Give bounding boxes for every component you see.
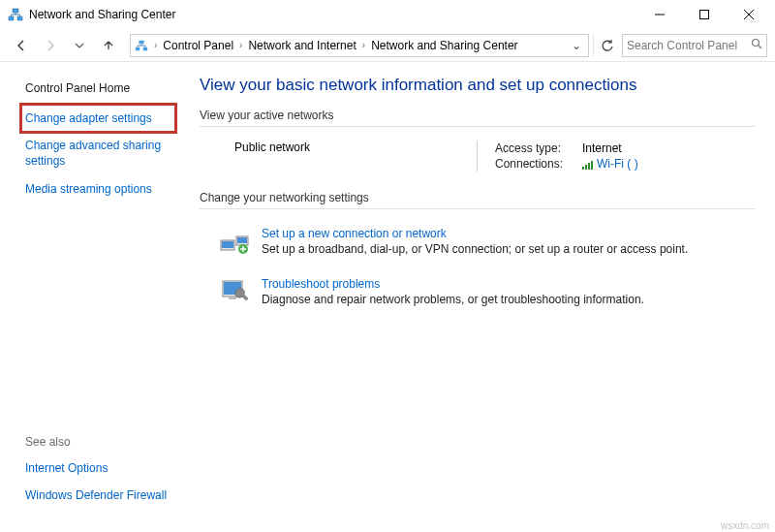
troubleshoot-icon — [219, 277, 250, 308]
svg-rect-6 — [139, 40, 143, 44]
sidebar-item-firewall[interactable]: Windows Defender Firewall — [25, 482, 175, 509]
chevron-right-icon[interactable]: › — [152, 40, 159, 50]
search-placeholder: Search Control Panel — [627, 39, 751, 52]
see-also-label: See also — [25, 429, 175, 454]
search-input[interactable]: Search Control Panel — [622, 34, 767, 57]
close-button[interactable] — [727, 0, 771, 29]
watermark: wsxdn.com — [721, 520, 769, 531]
svg-rect-2 — [13, 9, 18, 13]
svg-rect-0 — [9, 16, 14, 20]
troubleshoot-link[interactable]: Troubleshoot problems — [262, 277, 644, 291]
breadcrumb-item[interactable]: Network and Sharing Center — [367, 35, 521, 56]
forward-button[interactable] — [37, 32, 64, 59]
sidebar-item-advanced-sharing[interactable]: Change advanced sharing settings — [25, 132, 175, 174]
troubleshoot-item: Troubleshoot problems Diagnose and repai… — [200, 269, 756, 320]
minimize-button[interactable] — [637, 0, 682, 29]
svg-point-7 — [753, 40, 760, 47]
window-title: Network and Sharing Center — [29, 8, 175, 21]
breadcrumb-item[interactable]: Network and Internet — [244, 35, 359, 56]
network-sharing-icon — [8, 7, 23, 22]
refresh-button[interactable] — [593, 34, 620, 57]
svg-rect-15 — [229, 297, 236, 299]
sidebar-item-media-streaming[interactable]: Media streaming options — [25, 175, 175, 203]
active-network-row: Public network Access type: Internet Con… — [200, 137, 756, 185]
maximize-button[interactable] — [682, 0, 727, 29]
active-networks-label: View your active networks — [200, 109, 756, 122]
change-networking-label: Change your networking settings — [200, 191, 756, 204]
setup-connection-desc: Set up a broadband, dial-up, or VPN conn… — [262, 242, 688, 256]
sidebar: Control Panel Home Change adapter settin… — [0, 62, 189, 532]
up-button[interactable] — [95, 32, 122, 59]
svg-rect-1 — [17, 16, 22, 20]
access-type-value: Internet — [582, 141, 622, 155]
main-panel: View your basic network information and … — [189, 62, 775, 532]
access-type-label: Access type: — [495, 141, 573, 155]
network-sharing-icon — [131, 39, 152, 52]
chevron-down-icon[interactable]: ⌄ — [567, 39, 586, 52]
breadcrumb-item[interactable]: Control Panel — [159, 35, 237, 56]
titlebar: Network and Sharing Center — [0, 0, 775, 29]
wifi-signal-icon — [582, 160, 593, 170]
svg-rect-5 — [143, 47, 147, 50]
sidebar-item-internet-options[interactable]: Internet Options — [25, 454, 175, 482]
control-panel-home-link[interactable]: Control Panel Home — [25, 76, 175, 105]
breadcrumb[interactable]: › Control Panel › Network and Internet ›… — [130, 34, 589, 57]
back-button[interactable] — [8, 32, 35, 59]
divider — [200, 208, 756, 209]
divider — [200, 126, 756, 127]
content: Control Panel Home Change adapter settin… — [0, 62, 775, 532]
svg-rect-3 — [700, 11, 709, 19]
connections-label: Connections: — [495, 157, 573, 171]
network-category: Public network — [234, 141, 477, 154]
page-heading: View your basic network information and … — [200, 76, 756, 95]
chevron-right-icon[interactable]: › — [237, 40, 244, 50]
connection-link[interactable]: Wi-Fi ( ) — [582, 157, 638, 171]
recent-locations-button[interactable] — [66, 32, 93, 59]
setup-network-icon — [219, 227, 250, 258]
connection-name: Wi-Fi ( ) — [597, 157, 638, 171]
sidebar-item-change-adapter[interactable]: Change adapter settings — [21, 105, 175, 132]
svg-rect-11 — [237, 237, 247, 243]
svg-rect-9 — [222, 241, 233, 248]
setup-connection-link[interactable]: Set up a new connection or network — [262, 227, 688, 240]
search-icon — [751, 38, 762, 52]
chevron-right-icon[interactable]: › — [360, 40, 367, 50]
svg-rect-4 — [136, 47, 140, 50]
setup-connection-item: Set up a new connection or network Set u… — [200, 219, 756, 269]
troubleshoot-desc: Diagnose and repair network problems, or… — [262, 293, 644, 306]
navbar: › Control Panel › Network and Internet ›… — [0, 29, 775, 62]
